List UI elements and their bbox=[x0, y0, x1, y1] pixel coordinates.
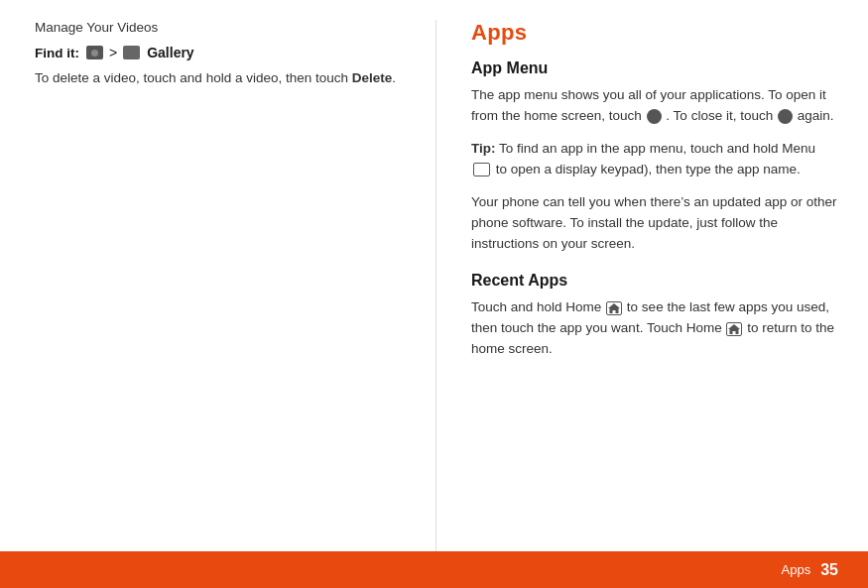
delete-instruction: To delete a video, touch and hold a vide… bbox=[35, 68, 406, 89]
app-menu-text1-mid: . To close it, touch bbox=[666, 108, 777, 123]
close-icon bbox=[778, 109, 793, 124]
tip-content-end: to open a display keypad), then type the… bbox=[496, 162, 801, 176]
footer-page-number: 35 bbox=[820, 561, 838, 579]
delete-period: . bbox=[392, 70, 396, 85]
delete-text: To delete a video, touch and hold a vide… bbox=[35, 70, 352, 85]
menu-grid-icon bbox=[473, 163, 490, 176]
recent-apps-text: Touch and hold Home to see the last few … bbox=[471, 297, 838, 360]
app-menu-tip: Tip: To find an app in the app menu, tou… bbox=[471, 139, 838, 180]
camera-icon bbox=[86, 46, 103, 59]
left-column: Manage Your Videos Find it: > Gallery To… bbox=[0, 20, 436, 551]
gallery-icon bbox=[123, 46, 140, 59]
app-menu-update-text: Your phone can tell you when there’s an … bbox=[471, 192, 838, 255]
right-column: Apps App Menu The app menu shows you all… bbox=[436, 20, 868, 551]
home-icon2-svg bbox=[727, 323, 741, 334]
tip-text: Tip: To find an app in the app menu, tou… bbox=[471, 139, 838, 180]
find-it-label: Find it: bbox=[35, 46, 79, 60]
recent-apps-paragraph: Touch and hold Home to see the last few … bbox=[471, 297, 838, 360]
home-icon-svg bbox=[607, 302, 621, 313]
gallery-label: Gallery bbox=[147, 45, 193, 60]
app-menu-text1-end: again. bbox=[798, 108, 834, 123]
section-title: Manage Your Videos bbox=[35, 20, 406, 35]
app-menu-text1: The app menu shows you all of your appli… bbox=[471, 85, 838, 127]
footer-label: Apps bbox=[782, 562, 811, 577]
delete-bold: Delete bbox=[352, 70, 393, 85]
arrow-text: > bbox=[109, 45, 117, 60]
find-it-line: Find it: > Gallery bbox=[35, 45, 406, 60]
recent-apps-heading: Recent Apps bbox=[471, 272, 838, 290]
home-screen-icon bbox=[647, 109, 662, 124]
app-menu-paragraph2: Your phone can tell you when there’s an … bbox=[471, 192, 838, 255]
footer-bar: Apps 35 bbox=[0, 551, 868, 588]
svg-marker-1 bbox=[728, 324, 740, 334]
tip-content-start: To find an app in the app menu, touch an… bbox=[499, 141, 815, 156]
recent-apps-start: Touch and hold Home bbox=[471, 299, 605, 314]
app-menu-paragraph1: The app menu shows you all of your appli… bbox=[471, 85, 838, 127]
apps-heading: Apps bbox=[471, 20, 838, 46]
tip-label: Tip: bbox=[471, 141, 496, 156]
app-menu-heading: App Menu bbox=[471, 59, 838, 77]
svg-marker-0 bbox=[608, 303, 620, 313]
